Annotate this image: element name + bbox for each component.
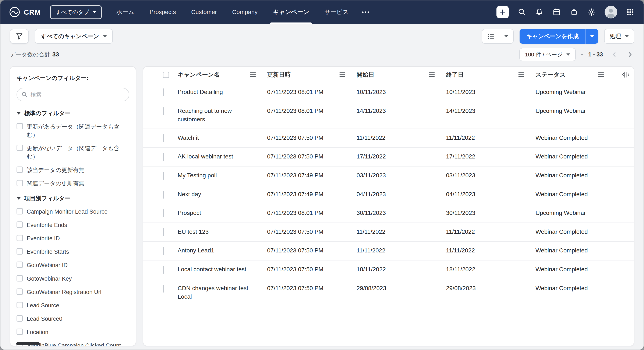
row-checkbox[interactable] [163,172,164,180]
nav-item[interactable]: キャンペーン [265,1,317,24]
filter-checkbox[interactable] [16,123,23,129]
filter-checkbox[interactable] [16,167,23,173]
filter-checkbox[interactable] [16,180,23,186]
campaign-name-cell[interactable]: CDN changes webinar test Local [178,279,267,306]
page-size-dropdown[interactable]: 100 件 / ページ [519,48,576,61]
apps-grid-button[interactable] [626,8,634,16]
nav-item[interactable]: ホーム [108,1,142,24]
campaign-name-cell[interactable]: EU test 123 [178,223,267,241]
campaign-name-cell[interactable]: My Testing poll [178,167,267,185]
filter-item[interactable]: 更新があるデータ（関連データも含む） [16,123,129,139]
table-row[interactable]: EU test 123 07/11/2023 07:50 PM 11/11/20… [143,223,634,242]
column-menu-icon[interactable] [429,72,435,77]
filter-item[interactable]: 関連データの更新有無 [16,179,129,188]
manage-columns-icon[interactable] [622,71,630,78]
row-checkbox[interactable] [163,107,164,115]
filter-item[interactable]: 更新がないデータ（関連データも含む） [16,144,129,161]
column-header-start[interactable]: 開始日 [356,71,446,79]
create-campaign-caret-button[interactable] [586,29,598,44]
row-checkbox[interactable] [163,153,164,161]
filter-item[interactable]: Location [16,328,129,336]
table-row[interactable]: Watch it 07/11/2023 07:50 PM 11/11/2022 … [143,129,634,148]
filter-item[interactable]: Eventbrite Starts [16,248,129,256]
column-menu-icon[interactable] [339,72,346,77]
filter-item[interactable]: Campaign Monitor Lead Source [16,208,129,216]
filter-search-input[interactable] [16,88,129,101]
filter-item[interactable]: Eventbrite ID [16,234,129,243]
campaign-name-cell[interactable]: Prospect [178,204,267,222]
filter-checkbox[interactable] [16,145,23,151]
campaign-name-cell[interactable]: Antony Lead1 [178,242,267,260]
table-row[interactable]: Prospect 07/11/2023 08:01 PM 30/11/2023 … [143,204,634,223]
row-checkbox[interactable] [163,228,164,236]
filter-checkbox[interactable] [16,315,23,321]
filter-checkbox[interactable] [16,208,23,214]
filter-item[interactable]: GotoWebinar ID [16,261,129,269]
column-menu-icon[interactable] [250,72,256,77]
filter-checkbox[interactable] [16,235,23,241]
row-checkbox[interactable] [163,89,164,96]
actions-dropdown[interactable]: 処理 [604,29,634,44]
avatar[interactable] [604,6,617,19]
column-header-status[interactable]: ステータス [536,71,615,79]
prev-page-button[interactable] [610,50,618,59]
row-checkbox[interactable] [163,134,164,142]
table-row[interactable]: My Testing poll 07/11/2023 07:49 PM 03/1… [143,167,634,185]
filter-item[interactable]: Lead Source [16,301,129,310]
campaign-name-cell[interactable]: Watch it [178,129,267,147]
filter-toggle-button[interactable] [10,29,29,44]
table-row[interactable]: Reaching out to new customers 07/11/2023… [143,102,634,129]
table-row[interactable]: Next day 07/11/2023 07:49 PM 04/11/2023 … [143,185,634,204]
create-campaign-button[interactable]: キャンペーンを作成 [520,29,586,44]
table-row[interactable]: Product Detailing 07/11/2023 08:01 PM 10… [143,83,634,102]
filter-checkbox[interactable] [16,248,23,254]
marketplace-button[interactable] [570,8,578,16]
column-menu-icon[interactable] [518,72,524,77]
table-row[interactable]: Antony Lead1 07/11/2023 07:50 PM 11/11/2… [143,242,634,260]
field-filters-header[interactable]: 項目別フィルター [16,195,129,202]
quick-create-button[interactable] [496,6,509,18]
column-header-name[interactable]: キャンペーン名 [178,71,267,79]
campaign-name-cell[interactable]: Product Detailing [178,83,267,101]
row-checkbox[interactable] [163,285,164,292]
row-checkbox[interactable] [163,266,164,274]
filter-item[interactable]: GotoWebinar Registration Url [16,288,129,296]
filter-checkbox[interactable] [16,328,23,335]
filter-item[interactable]: Eventbrite Ends [16,221,129,229]
nav-item[interactable]: Company [224,1,265,24]
row-checkbox[interactable] [163,247,164,255]
filter-item[interactable]: Lead Source0 [16,315,129,323]
list-view-dropdown[interactable] [482,29,514,44]
all-tabs-dropdown[interactable]: すべてのタブ [50,5,102,19]
filter-checkbox[interactable] [16,302,23,308]
settings-button[interactable] [587,8,596,16]
column-menu-icon[interactable] [598,72,604,77]
column-header-updated[interactable]: 更新日時 [267,71,356,79]
filter-checkbox[interactable] [16,221,23,228]
nav-item[interactable]: Prospects [142,1,184,24]
table-row[interactable]: AK local webinar test 07/11/2023 07:50 P… [143,148,634,167]
next-page-button[interactable] [626,50,634,59]
campaign-name-cell[interactable]: Next day [178,185,267,203]
filter-checkbox[interactable] [16,275,23,281]
nav-item[interactable]: サービス [317,1,356,24]
filter-checkbox[interactable] [16,288,23,295]
campaign-name-cell[interactable]: Local contact webinar test [178,260,267,278]
column-header-end[interactable]: 終了日 [446,71,536,79]
select-all-checkbox[interactable] [163,72,169,78]
table-row[interactable]: Local contact webinar test 07/11/2023 07… [143,260,634,279]
search-button[interactable] [518,8,526,16]
filter-item[interactable]: GotoWebinar Key [16,275,129,283]
view-selector-dropdown[interactable]: すべてのキャンペーン [35,29,113,44]
scrollbar-thumb[interactable] [16,342,40,345]
standard-filters-header[interactable]: 標準のフィルター [16,110,129,117]
table-row[interactable]: CDN changes webinar test Local 07/11/202… [143,279,634,306]
calendar-button[interactable] [552,8,561,16]
nav-more-button[interactable] [356,1,375,24]
row-checkbox[interactable] [163,191,164,199]
filter-item[interactable]: 該当データの更新有無 [16,166,129,174]
row-checkbox[interactable] [163,209,164,217]
notifications-button[interactable] [535,8,544,16]
nav-item[interactable]: Customer [184,1,224,24]
campaign-name-cell[interactable]: AK local webinar test [178,148,267,166]
